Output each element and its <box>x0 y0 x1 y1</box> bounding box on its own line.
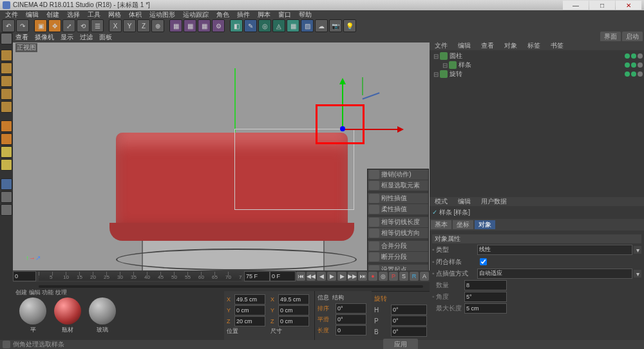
key-rot-button[interactable]: R <box>410 272 419 281</box>
workplane-button[interactable] <box>1 204 12 216</box>
ctx-item[interactable]: 柔性插值 <box>368 204 428 215</box>
layout-tab-1[interactable]: 界面 <box>600 32 621 42</box>
om-view[interactable]: 查看 <box>476 41 499 50</box>
pos-z[interactable] <box>234 316 265 326</box>
timeline-start[interactable] <box>13 271 36 281</box>
info-pivot[interactable] <box>336 314 366 325</box>
menu-character[interactable]: 角色 <box>213 10 233 19</box>
pos-x[interactable] <box>234 294 265 305</box>
rot-h[interactable] <box>391 305 427 315</box>
material-2[interactable]: 瓶材 <box>52 297 83 334</box>
nurbs-button[interactable]: ◬ <box>272 19 285 32</box>
menu-create[interactable]: 创建 <box>43 10 63 19</box>
attr-interp-select[interactable]: 自动适应 <box>477 269 632 279</box>
uv-mode-button[interactable] <box>1 159 12 171</box>
vp-filter-menu[interactable]: 过滤 <box>80 33 93 42</box>
snap-button[interactable] <box>1 191 12 203</box>
info-tab1[interactable]: 信息 <box>317 294 329 301</box>
attr-edit[interactable]: 编辑 <box>453 197 476 206</box>
light-button[interactable]: 💡 <box>343 19 356 32</box>
info-len[interactable] <box>336 325 366 335</box>
menu-plugins[interactable]: 插件 <box>233 10 254 19</box>
edge-mode-button[interactable] <box>1 133 12 145</box>
axis-mode-button[interactable] <box>1 178 12 190</box>
timeline-frame[interactable] <box>270 271 296 281</box>
menu-window[interactable]: 窗口 <box>274 10 295 19</box>
ctx-item[interactable]: 相等切线长度 <box>368 217 428 228</box>
ctx-item[interactable]: 合并分段 <box>368 241 428 252</box>
size-y[interactable] <box>278 305 309 316</box>
om-bookmarks[interactable]: 书签 <box>545 41 569 50</box>
play-button[interactable]: ▶ <box>327 272 336 281</box>
coord-system-button[interactable]: ⊕ <box>151 19 164 32</box>
attr-close-check[interactable] <box>480 258 487 265</box>
pos-y[interactable] <box>234 305 265 316</box>
tree-item[interactable]: ⊟样条 <box>431 61 643 70</box>
menu-volume[interactable]: 体积 <box>125 10 146 19</box>
chevron-down-icon[interactable]: ▾ <box>634 246 641 254</box>
info-sort[interactable] <box>336 303 366 314</box>
object-tree[interactable]: ⊟圆柱⊟样条⊟旋转 <box>430 50 644 197</box>
last-tool[interactable]: ☰ <box>91 19 104 32</box>
object-mode-button[interactable] <box>1 88 12 100</box>
vp-view-menu[interactable]: 查看 <box>15 33 28 42</box>
menu-script[interactable]: 脚本 <box>254 10 274 19</box>
render-region-button[interactable]: ▦ <box>184 19 196 32</box>
texture-mode-button[interactable] <box>1 62 12 74</box>
lock-x-button[interactable]: X <box>109 19 122 32</box>
material-1[interactable]: 平 <box>17 297 48 334</box>
redo-button[interactable]: ↷ <box>16 19 29 32</box>
material-manager[interactable]: 创建 编辑 功能 纹理 平 瓶材 玻璃 <box>13 291 160 340</box>
ctx-item[interactable]: 断开分段 <box>368 252 428 263</box>
array-button[interactable]: ▦ <box>287 19 299 32</box>
coord-pos-button[interactable]: 位置 <box>227 327 268 335</box>
attr-sub-coord[interactable]: 坐标 <box>453 220 473 229</box>
camera-button[interactable]: 📷 <box>329 19 342 32</box>
deformer-button[interactable]: ▨ <box>301 19 314 32</box>
rot-b[interactable] <box>391 326 427 337</box>
lock-y-button[interactable]: Y <box>123 19 136 32</box>
om-tags[interactable]: 标签 <box>522 41 545 50</box>
rot-p[interactable] <box>391 316 427 326</box>
tree-item[interactable]: ⊟圆柱 <box>431 52 643 61</box>
om-edit[interactable]: 编辑 <box>453 41 476 50</box>
key-param-button[interactable]: A <box>420 272 429 281</box>
key-scale-button[interactable]: S <box>399 272 408 281</box>
size-z[interactable] <box>278 316 309 326</box>
minimize-button[interactable]: — <box>563 1 589 10</box>
prev-key-button[interactable]: ◀◀ <box>307 272 316 281</box>
spline-pen-button[interactable]: ✎ <box>244 19 257 32</box>
om-object[interactable]: 对象 <box>499 41 522 50</box>
context-menu[interactable]: 撤销(动作)框显选取元素刚性插值柔性插值相等切线长度相等切线方向合并分段断开分段… <box>367 169 429 270</box>
goto-start-button[interactable]: ⏮ <box>296 272 305 281</box>
autokey-button[interactable]: ◎ <box>379 272 388 281</box>
render-settings-button[interactable]: ⚙ <box>212 19 225 32</box>
ctx-item[interactable]: 相等切线方向 <box>368 228 428 239</box>
select-tool[interactable]: ▣ <box>34 19 47 32</box>
scale-tool[interactable]: ⤢ <box>62 19 75 32</box>
attr-type-select[interactable]: 线性 <box>477 245 632 255</box>
menu-mesh[interactable]: 网格 <box>104 10 125 19</box>
menu-mograph[interactable]: 运动图形 <box>146 10 179 19</box>
info-tab2[interactable]: 结构 <box>332 294 344 301</box>
environment-button[interactable]: ☁ <box>315 19 328 32</box>
attr-maxlen[interactable] <box>464 303 507 314</box>
timeline-ruler[interactable]: 051015202530354045505560657075 <box>39 272 242 281</box>
tree-item[interactable]: ⊟旋转 <box>431 70 643 79</box>
goto-end-button[interactable]: ⏭ <box>358 272 367 281</box>
render-view-button[interactable]: ▦ <box>169 19 182 32</box>
ctx-item[interactable]: 刚性插值 <box>368 193 428 204</box>
rotate-tool[interactable]: ⟲ <box>77 19 90 32</box>
ctx-item[interactable]: 设置起点 <box>368 265 428 270</box>
animation-mode-button[interactable] <box>1 101 12 113</box>
next-frame-button[interactable]: ▶ <box>337 272 346 281</box>
layout-tab-2[interactable]: 启动 <box>622 32 643 42</box>
prev-frame-button[interactable]: ◀ <box>317 272 326 281</box>
om-file[interactable]: 文件 <box>430 41 453 50</box>
menu-select[interactable]: 选择 <box>63 10 84 19</box>
mat-tab-row[interactable]: 创建 编辑 功能 纹理 <box>15 288 67 297</box>
material-3[interactable]: 玻璃 <box>87 297 118 334</box>
vp-camera-menu[interactable]: 摄像机 <box>35 33 54 42</box>
viewport[interactable]: 正视图 ↑→↗ 撤销(动作)框显选取元素刚性插值柔性插值相等切线长度相等切线方向… <box>13 42 430 270</box>
timeline-range-slider[interactable] <box>39 285 423 288</box>
